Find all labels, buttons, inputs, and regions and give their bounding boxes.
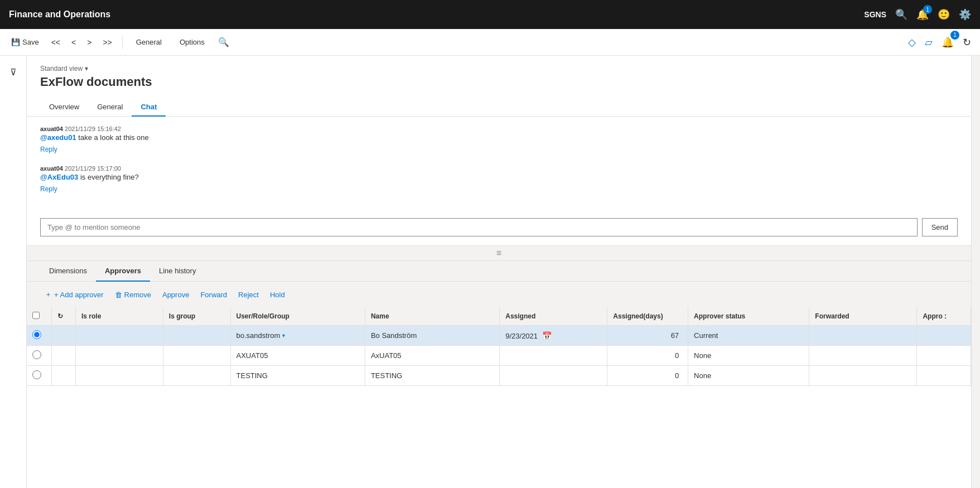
- row1-forwarded: [809, 326, 917, 346]
- chat-author-2: axuat04: [40, 165, 63, 172]
- nav-first-button[interactable]: <<: [48, 36, 64, 49]
- row1-approver-status: Current: [688, 326, 809, 346]
- tab-general[interactable]: General: [88, 98, 132, 117]
- general-menu-button[interactable]: General: [129, 36, 168, 49]
- panel-icon-button[interactable]: ▱: [923, 34, 935, 51]
- section-divider[interactable]: ≡: [27, 245, 971, 261]
- chat-reply-button-2[interactable]: Reply: [40, 185, 57, 193]
- col-header-assigned-days[interactable]: Assigned(days): [607, 307, 688, 326]
- row2-assigned: [500, 346, 607, 366]
- bottom-tabs: Dimensions Approvers Line history: [27, 261, 971, 282]
- approvers-toolbar: ＋ + Add approver 🗑 Remove Approve Forwar…: [27, 282, 971, 307]
- nav-next-button[interactable]: >: [84, 36, 95, 49]
- nav-last-button[interactable]: >>: [99, 36, 115, 49]
- col-header-is-group[interactable]: Is group: [163, 307, 230, 326]
- tab-approvers[interactable]: Approvers: [96, 261, 150, 282]
- row2-approver-status: None: [688, 346, 809, 366]
- row2-radio[interactable]: [32, 350, 41, 359]
- chat-reply-button-1[interactable]: Reply: [40, 146, 57, 153]
- row3-is-role: [75, 366, 163, 386]
- bottom-section: Dimensions Approvers Line history ＋ + Ad…: [27, 261, 971, 386]
- col-header-user-role-group[interactable]: User/Role/Group: [230, 307, 365, 326]
- send-button[interactable]: Send: [922, 218, 958, 236]
- chat-input[interactable]: [40, 218, 918, 236]
- select-all-checkbox[interactable]: [32, 312, 40, 319]
- view-header: Standard view ▾ ExFlow documents: [27, 56, 971, 89]
- options-menu-button[interactable]: Options: [173, 36, 211, 49]
- row3-approver-status: None: [688, 366, 809, 386]
- reject-button[interactable]: Reject: [234, 288, 263, 301]
- approvers-table: ↻ Is role Is group User/Role/Group Name …: [27, 307, 971, 386]
- nav-prev-button[interactable]: <: [68, 36, 79, 49]
- refresh-icon-button[interactable]: ↻: [960, 34, 973, 51]
- chat-body-1: @axedu01 take a look at this one: [40, 133, 958, 142]
- notifications-icon[interactable]: 🔔 1: [916, 8, 929, 21]
- chevron-down-icon: ▾: [85, 65, 88, 73]
- row1-checkbox-cell: [27, 326, 51, 346]
- toolbar-notification-count: 1: [950, 31, 959, 40]
- trash-icon: 🗑: [115, 291, 122, 299]
- chat-body-2: @AxEdu03 is everything fine?: [40, 173, 958, 181]
- col-header-name[interactable]: Name: [365, 307, 499, 326]
- table-row[interactable]: TESTING TESTING 0 None: [27, 366, 971, 386]
- standard-view-selector[interactable]: Standard view ▾: [40, 65, 958, 73]
- diamond-icon-button[interactable]: ◇: [906, 34, 918, 51]
- remove-button[interactable]: 🗑 Remove: [110, 288, 156, 301]
- col-header-forwarded[interactable]: Forwarded: [809, 307, 917, 326]
- chat-text-1: take a look at this one: [78, 133, 148, 142]
- page-title: ExFlow documents: [40, 75, 958, 89]
- row2-checkbox-cell: [27, 346, 51, 366]
- row1-is-group: [163, 326, 230, 346]
- tab-dimensions[interactable]: Dimensions: [40, 261, 96, 282]
- col-header-refresh: ↻: [51, 307, 75, 326]
- row1-is-role: [75, 326, 163, 346]
- col-header-checkbox: [27, 307, 51, 326]
- chat-message-1: axuat04 2021/11/29 15:16:42 @axedu01 tak…: [40, 125, 958, 154]
- col-header-approver-status[interactable]: Approver status: [688, 307, 809, 326]
- tab-overview[interactable]: Overview: [40, 98, 88, 117]
- chat-section: axuat04 2021/11/29 15:16:42 @axedu01 tak…: [27, 117, 971, 214]
- col-header-appro[interactable]: Appro :: [917, 307, 971, 326]
- row1-refresh-cell: [51, 326, 75, 346]
- chat-meta-2: axuat04 2021/11/29 15:17:00: [40, 165, 958, 172]
- col-header-assigned[interactable]: Assigned: [500, 307, 607, 326]
- toolbar-right: ◇ ▱ 🔔 1 ↻: [906, 34, 973, 51]
- save-button[interactable]: 💾 Save: [7, 36, 44, 49]
- filter-icon[interactable]: ⊽: [6, 62, 21, 82]
- app-title: Finance and Operations: [9, 9, 864, 20]
- hold-button[interactable]: Hold: [265, 288, 289, 301]
- row3-name: TESTING: [365, 366, 499, 386]
- forward-button[interactable]: Forward: [196, 288, 231, 301]
- calendar-icon[interactable]: 📅: [542, 331, 552, 340]
- row3-refresh-cell: [51, 366, 75, 386]
- smiley-icon[interactable]: 🙂: [938, 8, 950, 21]
- row2-is-group: [163, 346, 230, 366]
- settings-icon[interactable]: ⚙️: [959, 8, 971, 21]
- top-bar: Finance and Operations SGNS 🔍 🔔 1 🙂 ⚙️: [0, 0, 980, 29]
- row3-user-role-group[interactable]: TESTING: [230, 366, 365, 386]
- sidebar: ⊽: [0, 56, 27, 488]
- scrollbar[interactable]: [971, 56, 980, 488]
- row1-radio[interactable]: [32, 330, 41, 339]
- row2-user-role-group[interactable]: AXUAT05: [230, 346, 365, 366]
- table-row[interactable]: bo.sandstrom ▾ Bo Sandström 9/23/2021 📅 …: [27, 326, 971, 346]
- plus-icon: ＋: [45, 289, 52, 299]
- row1-user-role-group[interactable]: bo.sandstrom ▾: [230, 326, 365, 346]
- toolbar-search-button[interactable]: 🔍: [216, 35, 231, 50]
- table-row[interactable]: AXUAT05 AxUAT05 0 None: [27, 346, 971, 366]
- tab-chat[interactable]: Chat: [132, 98, 166, 117]
- toolbar-notifications-button[interactable]: 🔔 1: [939, 34, 956, 51]
- add-approver-button[interactable]: ＋ + Add approver: [40, 287, 108, 302]
- row3-radio[interactable]: [32, 370, 41, 379]
- approve-button[interactable]: Approve: [158, 288, 194, 301]
- page-tabs: Overview General Chat: [27, 98, 971, 117]
- row3-assigned-days: 0: [607, 366, 688, 386]
- row1-appro: [917, 326, 971, 346]
- row3-is-group: [163, 366, 230, 386]
- col-header-is-role[interactable]: Is role: [75, 307, 163, 326]
- chat-input-area: Send: [27, 214, 971, 245]
- tab-line-history[interactable]: Line history: [150, 261, 205, 282]
- search-icon[interactable]: 🔍: [895, 8, 907, 21]
- row1-name: Bo Sandström: [365, 326, 499, 346]
- user-label: SGNS: [864, 10, 886, 19]
